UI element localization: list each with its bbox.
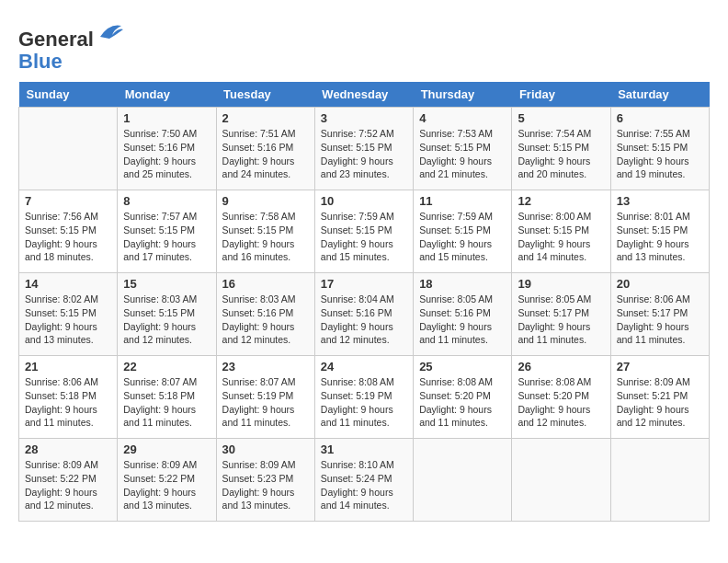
calendar-cell: 1Sunrise: 7:50 AM Sunset: 5:16 PM Daylig… [118,108,216,190]
cell-info: Sunrise: 7:54 AM Sunset: 5:15 PM Dayligh… [518,127,604,181]
calendar-cell: 24Sunrise: 8:08 AM Sunset: 5:19 PM Dayli… [314,356,413,439]
cell-info: Sunrise: 8:03 AM Sunset: 5:15 PM Dayligh… [123,293,210,347]
calendar-table: SundayMondayTuesdayWednesdayThursdayFrid… [18,82,710,522]
calendar-cell: 10Sunrise: 7:59 AM Sunset: 5:15 PM Dayli… [314,190,413,273]
day-number: 26 [518,360,604,373]
logo-general: General [18,28,94,51]
calendar-cell: 18Sunrise: 8:05 AM Sunset: 5:16 PM Dayli… [414,273,512,356]
calendar-cell: 15Sunrise: 8:03 AM Sunset: 5:15 PM Dayli… [118,273,216,356]
cell-info: Sunrise: 8:07 AM Sunset: 5:19 PM Dayligh… [222,375,309,430]
day-number: 9 [222,194,309,208]
day-number: 16 [222,277,309,291]
cell-info: Sunrise: 7:59 AM Sunset: 5:15 PM Dayligh… [321,210,407,264]
calendar-cell: 29Sunrise: 8:09 AM Sunset: 5:22 PM Dayli… [118,439,216,522]
calendar-cell: 30Sunrise: 8:09 AM Sunset: 5:23 PM Dayli… [216,439,314,522]
week-row-5: 28Sunrise: 8:09 AM Sunset: 5:22 PM Dayli… [19,439,710,522]
cell-info: Sunrise: 7:51 AM Sunset: 5:16 PM Dayligh… [222,127,309,181]
calendar-cell: 26Sunrise: 8:08 AM Sunset: 5:20 PM Dayli… [512,356,610,439]
cell-info: Sunrise: 7:52 AM Sunset: 5:15 PM Dayligh… [321,127,407,181]
calendar-cell [19,108,118,190]
cell-info: Sunrise: 8:00 AM Sunset: 5:15 PM Dayligh… [518,210,604,264]
calendar-cell: 6Sunrise: 7:55 AM Sunset: 5:15 PM Daylig… [610,108,709,190]
cell-info: Sunrise: 8:09 AM Sunset: 5:22 PM Dayligh… [25,458,111,512]
calendar-cell: 19Sunrise: 8:05 AM Sunset: 5:17 PM Dayli… [512,273,610,356]
day-number: 21 [25,360,111,373]
calendar-cell: 13Sunrise: 8:01 AM Sunset: 5:15 PM Dayli… [610,190,709,273]
calendar-cell: 17Sunrise: 8:04 AM Sunset: 5:16 PM Dayli… [314,273,413,356]
calendar-cell [610,439,709,522]
day-header-saturday: Saturday [610,82,709,108]
cell-info: Sunrise: 8:04 AM Sunset: 5:16 PM Dayligh… [321,293,407,347]
day-header-tuesday: Tuesday [216,82,314,108]
cell-info: Sunrise: 8:09 AM Sunset: 5:23 PM Dayligh… [222,458,309,512]
day-number: 3 [321,111,407,125]
calendar-cell: 16Sunrise: 8:03 AM Sunset: 5:16 PM Dayli… [216,273,314,356]
logo-bird-icon [96,18,123,46]
day-number: 2 [222,111,309,125]
week-row-1: 1Sunrise: 7:50 AM Sunset: 5:16 PM Daylig… [19,108,710,190]
calendar-cell: 7Sunrise: 7:56 AM Sunset: 5:15 PM Daylig… [19,190,118,273]
day-header-thursday: Thursday [414,82,512,108]
logo: General Blue [18,18,123,73]
day-number: 1 [123,111,210,125]
calendar-cell: 23Sunrise: 8:07 AM Sunset: 5:19 PM Dayli… [216,356,314,439]
cell-info: Sunrise: 8:06 AM Sunset: 5:18 PM Dayligh… [25,375,111,430]
calendar-cell: 27Sunrise: 8:09 AM Sunset: 5:21 PM Dayli… [610,356,709,439]
calendar-header-row: SundayMondayTuesdayWednesdayThursdayFrid… [19,82,710,108]
day-number: 28 [25,442,111,456]
calendar-cell: 28Sunrise: 8:09 AM Sunset: 5:22 PM Dayli… [19,439,118,522]
calendar-cell [414,439,512,522]
day-header-sunday: Sunday [19,82,118,108]
cell-info: Sunrise: 8:05 AM Sunset: 5:16 PM Dayligh… [419,293,506,347]
cell-info: Sunrise: 8:05 AM Sunset: 5:17 PM Dayligh… [518,293,604,347]
day-number: 6 [617,111,703,125]
calendar-cell: 4Sunrise: 7:53 AM Sunset: 5:15 PM Daylig… [414,108,512,190]
day-number: 14 [25,277,111,291]
page-header: General Blue [18,18,710,73]
calendar-cell: 2Sunrise: 7:51 AM Sunset: 5:16 PM Daylig… [216,108,314,190]
day-number: 30 [222,442,309,456]
calendar-cell: 9Sunrise: 7:58 AM Sunset: 5:15 PM Daylig… [216,190,314,273]
day-header-monday: Monday [118,82,216,108]
cell-info: Sunrise: 7:59 AM Sunset: 5:15 PM Dayligh… [419,210,506,264]
day-number: 20 [617,277,703,291]
day-number: 5 [518,111,604,125]
calendar-cell: 5Sunrise: 7:54 AM Sunset: 5:15 PM Daylig… [512,108,610,190]
cell-info: Sunrise: 8:08 AM Sunset: 5:20 PM Dayligh… [518,375,604,430]
calendar-cell: 3Sunrise: 7:52 AM Sunset: 5:15 PM Daylig… [314,108,413,190]
day-number: 11 [419,194,506,208]
cell-info: Sunrise: 8:08 AM Sunset: 5:19 PM Dayligh… [321,375,407,430]
day-number: 25 [419,360,506,373]
day-number: 12 [518,194,604,208]
calendar-cell: 31Sunrise: 8:10 AM Sunset: 5:24 PM Dayli… [314,439,413,522]
day-number: 31 [321,442,407,456]
cell-info: Sunrise: 8:03 AM Sunset: 5:16 PM Dayligh… [222,293,309,347]
day-number: 23 [222,360,309,373]
cell-info: Sunrise: 7:55 AM Sunset: 5:15 PM Dayligh… [617,127,703,181]
calendar-cell: 21Sunrise: 8:06 AM Sunset: 5:18 PM Dayli… [19,356,118,439]
cell-info: Sunrise: 8:09 AM Sunset: 5:21 PM Dayligh… [617,375,703,430]
day-header-wednesday: Wednesday [314,82,413,108]
day-number: 22 [123,360,210,373]
day-number: 10 [321,194,407,208]
calendar-cell: 12Sunrise: 8:00 AM Sunset: 5:15 PM Dayli… [512,190,610,273]
logo-blue: Blue [18,50,63,73]
cell-info: Sunrise: 8:01 AM Sunset: 5:15 PM Dayligh… [617,210,703,264]
calendar-cell: 11Sunrise: 7:59 AM Sunset: 5:15 PM Dayli… [414,190,512,273]
calendar-cell: 25Sunrise: 8:08 AM Sunset: 5:20 PM Dayli… [414,356,512,439]
cell-info: Sunrise: 7:50 AM Sunset: 5:16 PM Dayligh… [123,127,210,181]
calendar-cell: 20Sunrise: 8:06 AM Sunset: 5:17 PM Dayli… [610,273,709,356]
calendar-cell: 14Sunrise: 8:02 AM Sunset: 5:15 PM Dayli… [19,273,118,356]
cell-info: Sunrise: 8:06 AM Sunset: 5:17 PM Dayligh… [617,293,703,347]
day-number: 18 [419,277,506,291]
day-number: 29 [123,442,210,456]
cell-info: Sunrise: 7:58 AM Sunset: 5:15 PM Dayligh… [222,210,309,264]
cell-info: Sunrise: 8:02 AM Sunset: 5:15 PM Dayligh… [25,293,111,347]
day-header-friday: Friday [512,82,610,108]
cell-info: Sunrise: 8:07 AM Sunset: 5:18 PM Dayligh… [123,375,210,430]
calendar-cell [512,439,610,522]
week-row-2: 7Sunrise: 7:56 AM Sunset: 5:15 PM Daylig… [19,190,710,273]
day-number: 4 [419,111,506,125]
day-number: 27 [617,360,703,373]
week-row-4: 21Sunrise: 8:06 AM Sunset: 5:18 PM Dayli… [19,356,710,439]
